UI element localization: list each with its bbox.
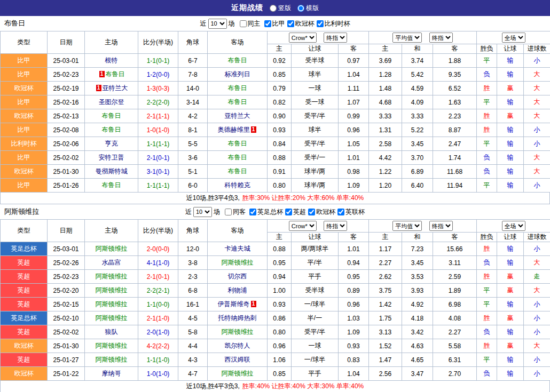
recent-count-select[interactable]: 10	[208, 19, 227, 29]
asia-away-odds: 0.89	[339, 284, 369, 298]
league-checkbox[interactable]	[317, 20, 324, 27]
league-filter-option[interactable]: 英足总杯	[249, 207, 283, 217]
same-venue-checkbox[interactable]	[225, 209, 232, 215]
goals-result-cell: 小	[524, 179, 550, 193]
euro-average-select[interactable]: 平均值	[392, 33, 422, 43]
score-cell: 1-1(0-1)	[138, 54, 178, 68]
league-checkbox[interactable]	[337, 209, 344, 215]
col-header-away: 客场	[208, 31, 268, 54]
league-filter-option[interactable]: 比甲	[264, 19, 285, 28]
goals-result-cell: 小	[524, 242, 550, 256]
euro-home-odds: 1.42	[369, 298, 402, 311]
league-type-cell: 比甲	[1, 68, 48, 82]
match-scope-select[interactable]: 全场	[502, 33, 525, 43]
handicap-result-cell: 赢	[497, 109, 524, 123]
result-cell: 胜	[477, 242, 497, 256]
score-cell: 1-1(1-0)	[138, 353, 178, 367]
asia-handicap: 一/球半	[292, 298, 339, 311]
match-row: 比利时杯 25-02-06 亨克 1-1(1-1) 5-5 布鲁日 0.84 受…	[1, 137, 550, 151]
away-team-cell: 卡迪夫城	[208, 242, 268, 256]
home-team-cell: 摩纳哥	[85, 367, 138, 381]
score-cell: 2-0(1-0)	[138, 325, 178, 339]
league-checkbox[interactable]	[287, 20, 294, 27]
euro-final-odds-select[interactable]: 终指	[429, 221, 453, 231]
odds-company-select[interactable]: Crow*	[289, 221, 317, 231]
team-name: 阿斯顿维拉	[4, 207, 39, 217]
match-date: 25-02-15	[48, 298, 85, 311]
euro-home-odds: 1.75	[369, 311, 402, 325]
away-team-cell: 布鲁日	[208, 151, 268, 165]
euro-home-odds: 3.33	[369, 109, 402, 123]
away-team-cell: 布鲁日	[208, 54, 268, 68]
match-scope-select[interactable]: 全场	[502, 221, 525, 231]
league-filter-option[interactable]: 欧冠杯	[287, 19, 315, 28]
recent-count-select[interactable]: 10	[193, 207, 212, 217]
asia-away-odds: 0.94	[339, 256, 369, 270]
euro-home-odds: 4.68	[369, 95, 402, 109]
col-header-type: 类型	[1, 220, 48, 242]
corners-cell: 3-8	[178, 256, 208, 270]
vertical-layout-radio[interactable]	[270, 5, 277, 12]
corners-cell: 2-3	[178, 270, 208, 284]
league-checkbox[interactable]	[308, 209, 315, 215]
asia-handicap: 受一球	[292, 95, 339, 109]
handicap-result-cell: 输	[497, 123, 524, 137]
goals-result-cell: 大	[524, 109, 550, 123]
home-team-cell: 根特	[85, 54, 138, 68]
league-filter-option[interactable]: 比利时杯	[317, 19, 350, 28]
same-venue-checkbox[interactable]	[240, 20, 247, 27]
away-team-cell: 布鲁日	[208, 165, 268, 179]
goals-result-cell: 小	[524, 367, 550, 381]
asia-home-odds: 0.84	[268, 137, 292, 151]
focus-team-name: 布鲁日	[228, 154, 247, 161]
euro-average-select[interactable]: 平均值	[392, 221, 422, 231]
score-cell: 3-1(0-1)	[138, 165, 178, 179]
match-row: 英超 25-02-20 阿斯顿维拉 2-2(2-1) 6-8 利物浦 1.00 …	[1, 284, 550, 298]
league-checkbox[interactable]	[264, 20, 271, 27]
asia-home-odds: 0.93	[268, 123, 292, 137]
vertical-layout-option[interactable]: 竖版	[270, 4, 291, 13]
league-checkbox[interactable]	[285, 209, 292, 215]
asia-away-odds: 0.83	[339, 353, 369, 367]
goals-result-cell: 小	[524, 54, 550, 68]
horizontal-layout-option[interactable]: 横版	[297, 4, 319, 13]
opponent-team-name: 亚特兰大	[225, 112, 250, 119]
asia-home-odds: 0.85	[268, 367, 292, 381]
euro-draw-odds: 3.53	[402, 270, 433, 284]
asia-home-odds: 0.92	[268, 54, 292, 68]
handicap-result-cell: 输	[497, 325, 524, 339]
euro-away-odds: 1.88	[433, 54, 477, 68]
euro-final-odds-select[interactable]: 终指	[429, 33, 453, 43]
asia-handicap: 受平/半	[292, 137, 339, 151]
match-filter: 近 10 场 同主 比甲欧冠杯比利时杯	[200, 19, 350, 29]
league-filter-option[interactable]: 欧冠杯	[308, 207, 335, 217]
home-team-cell: 亨克	[85, 137, 138, 151]
col-header-euro-draw: 和	[402, 44, 433, 54]
league-filters: 英足总杯英超欧冠杯英联杯	[247, 207, 365, 217]
asia-final-odds-select[interactable]: 终指	[324, 33, 347, 43]
horizontal-layout-radio[interactable]	[297, 5, 304, 12]
col-header-date: 日期	[48, 220, 85, 242]
same-venue-option[interactable]: 同客	[225, 207, 246, 217]
league-type-cell: 英超	[1, 270, 48, 284]
asia-home-odds: 1.06	[268, 353, 292, 367]
handicap-result-cell: 输	[497, 68, 524, 82]
opponent-team-name: 摩纳哥	[102, 370, 121, 377]
score-cell: 1-3(0-3)	[138, 82, 178, 95]
handicap-result-cell: 输	[497, 353, 524, 367]
same-venue-option[interactable]: 同主	[240, 19, 261, 28]
col-header-asia-home: 主	[268, 44, 292, 54]
odds-company-select[interactable]: Crow*	[289, 33, 317, 43]
league-checkbox[interactable]	[249, 209, 256, 215]
corners-cell: 4-4	[178, 339, 208, 353]
league-filter-option[interactable]: 英超	[285, 207, 306, 217]
handicap-result-cell: 输	[497, 367, 524, 381]
asia-away-odds: 0.96	[339, 123, 369, 137]
league-filter-option[interactable]: 英联杯	[337, 207, 365, 217]
red-card-badge: 1	[96, 85, 101, 91]
asia-final-odds-select[interactable]: 终指	[324, 221, 347, 231]
handicap-result-cell: 输	[497, 151, 524, 165]
results-table: 类型 日期 主场 比分(半场) 角球 客场 Crow* 终指 平均值 终指	[0, 31, 550, 193]
match-row: 欧冠杯 25-01-22 摩纳哥 1-0(1-0) 4-7 阿斯顿维拉 0.85…	[1, 367, 550, 381]
corners-cell: 8-1	[178, 123, 208, 137]
